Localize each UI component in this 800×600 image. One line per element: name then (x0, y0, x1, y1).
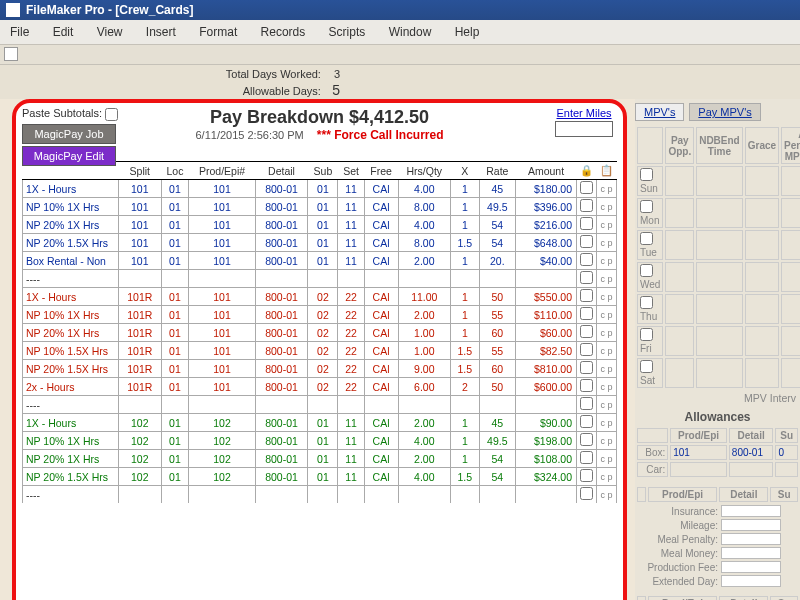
table-row[interactable]: 2x - Hours101R01101800-010222CAl6.00250$… (23, 378, 617, 396)
table-row[interactable]: 1X - Hours10101101800-010111CAl4.00145$1… (23, 180, 617, 198)
table-row[interactable]: NP 10% 1X Hrs10101101800-010111CAl8.0014… (23, 198, 617, 216)
table-row[interactable]: NP 20% 1.5X Hrs10101101800-010111CAl8.00… (23, 234, 617, 252)
row-checkbox[interactable] (580, 289, 593, 302)
window-title: FileMaker Pro - [Crew_Cards] (26, 3, 193, 17)
table-row[interactable]: NP 20% 1X Hrs10201102800-010111CAl2.0015… (23, 450, 617, 468)
row-checkbox[interactable] (580, 181, 593, 194)
menu-window[interactable]: Window (379, 23, 442, 41)
row-checkbox[interactable] (580, 451, 593, 464)
allowances-title: Allowances (635, 410, 800, 424)
day-grid: Pay Opp.NDBEnd TimeGraceAM Penalties MP … (635, 125, 800, 390)
row-checkbox[interactable] (580, 253, 593, 266)
menubar: File Edit View Insert Format Records Scr… (0, 20, 800, 45)
table-row[interactable]: 1X - Hours101R01101800-010222CAl11.00150… (23, 288, 617, 306)
row-checkbox[interactable] (580, 397, 593, 410)
table-row[interactable]: 1X - Hours10201102800-010111CAl2.00145$9… (23, 414, 617, 432)
pay-breakdown-panel: Paste Subtotals: MagicPay Job MagicPay E… (12, 99, 627, 600)
menu-insert[interactable]: Insert (136, 23, 186, 41)
magicpay-edit-button[interactable]: MagicPay Edit (22, 146, 116, 166)
force-call-warning: *** Force Call Incurred (317, 128, 444, 142)
tab-pay-mpvs[interactable]: Pay MPV's (689, 103, 760, 121)
app-icon (6, 3, 20, 17)
tab-mpvs[interactable]: MPV's (635, 103, 684, 121)
summary-strip: Total Days Worked: 3 Allowable Days: 5 (0, 65, 800, 99)
paste-subtotals-checkbox[interactable] (105, 108, 118, 121)
table-row[interactable]: NP 20% 1X Hrs101R01101800-010222CAl1.001… (23, 324, 617, 342)
pay-breakdown-table: SplitLocProd/Epi#DetailSubSetFreeHrs/Qty… (22, 161, 617, 503)
table-row[interactable]: NP 10% 1X Hrs101R01101800-010222CAl2.001… (23, 306, 617, 324)
timestamp: 6/11/2015 2:56:30 PM (195, 129, 303, 141)
table-row[interactable]: NP 20% 1X Hrs10101101800-010111CAl4.0015… (23, 216, 617, 234)
mpv-interval-label: MPV Interv (635, 390, 800, 406)
magicpay-job-button[interactable]: MagicPay Job (22, 124, 116, 144)
right-panels: MPV's Pay MPV's Pay Opp.NDBEnd TimeGrace… (635, 99, 800, 600)
row-checkbox[interactable] (580, 469, 593, 482)
table-row[interactable]: NP 10% 1X Hrs10201102800-010111CAl4.0014… (23, 432, 617, 450)
toolbar (0, 45, 800, 65)
menu-edit[interactable]: Edit (43, 23, 84, 41)
pay-breakdown-amount: $4,412.50 (349, 107, 429, 127)
menu-view[interactable]: View (87, 23, 133, 41)
row-checkbox[interactable] (580, 433, 593, 446)
row-checkbox[interactable] (580, 487, 593, 500)
table-row[interactable]: NP 20% 1.5X Hrs101R01101800-010222CAl9.0… (23, 360, 617, 378)
row-checkbox[interactable] (580, 415, 593, 428)
row-checkbox[interactable] (580, 361, 593, 374)
allowances-table: Prod/EpiDetailSu Box:101800-010 Car: (635, 426, 800, 479)
row-checkbox[interactable] (580, 343, 593, 356)
table-row[interactable]: ----c p (23, 486, 617, 504)
table-row[interactable]: NP 10% 1.5X Hrs101R01101800-010222CAl1.0… (23, 342, 617, 360)
menu-scripts[interactable]: Scripts (319, 23, 376, 41)
menu-help[interactable]: Help (445, 23, 490, 41)
toolbar-btn[interactable] (4, 47, 18, 61)
titlebar: FileMaker Pro - [Crew_Cards] (0, 0, 800, 20)
menu-format[interactable]: Format (189, 23, 247, 41)
row-checkbox[interactable] (580, 235, 593, 248)
row-checkbox[interactable] (580, 199, 593, 212)
menu-records[interactable]: Records (251, 23, 316, 41)
table-row[interactable]: ----c p (23, 270, 617, 288)
table-row[interactable]: NP 20% 1.5X Hrs10201102800-010111CAl4.00… (23, 468, 617, 486)
row-checkbox[interactable] (580, 307, 593, 320)
row-checkbox[interactable] (580, 325, 593, 338)
pay-breakdown-title: Pay Breakdown (210, 107, 344, 127)
table-row[interactable]: Box Rental - Non10101101800-010111CAl2.0… (23, 252, 617, 270)
row-checkbox[interactable] (580, 379, 593, 392)
enter-miles-link[interactable]: Enter Miles (556, 107, 611, 119)
row-checkbox[interactable] (580, 271, 593, 284)
enter-miles-input[interactable] (555, 121, 613, 137)
menu-file[interactable]: File (0, 23, 39, 41)
table-row[interactable]: ----c p (23, 396, 617, 414)
row-checkbox[interactable] (580, 217, 593, 230)
